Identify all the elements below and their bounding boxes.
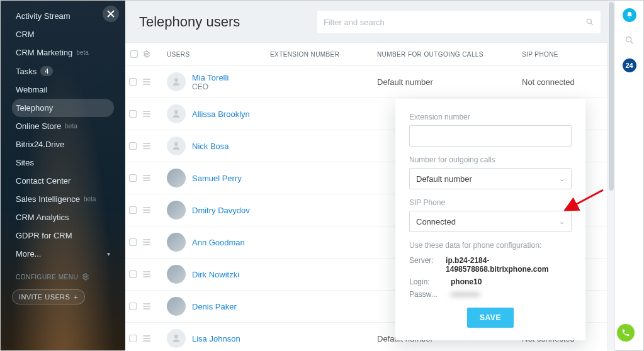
drag-handle-icon[interactable] — [143, 207, 150, 213]
sidebar-item-label: Webmail — [16, 85, 47, 94]
extension-input[interactable] — [409, 125, 572, 147]
drag-handle-icon[interactable] — [143, 111, 150, 117]
row-checkbox[interactable] — [129, 335, 137, 342]
select-all-checkbox[interactable] — [130, 50, 138, 58]
avatar — [167, 72, 186, 91]
sidebar-item[interactable]: Sales Intelligencebeta — [12, 190, 114, 208]
scrollbar[interactable] — [607, 1, 614, 350]
sidebar-item[interactable]: CRM Analytics — [12, 208, 114, 226]
sidebar-item[interactable]: More...▾ — [12, 245, 114, 263]
col-header-users[interactable]: USERS — [157, 51, 270, 58]
notification-bell-icon[interactable] — [623, 8, 636, 22]
user-name-link[interactable]: Dmitry Davydov — [192, 206, 250, 215]
user-name-link[interactable]: Dirk Nowitzki — [192, 270, 239, 279]
outgoing-selected: Default number — [416, 174, 472, 184]
nav-list: Activity StreamCRMCRM MarketingbetaTasks… — [12, 7, 114, 263]
config-hint: Use these data for phone configuration: — [409, 241, 572, 250]
sidebar-item[interactable]: CRM Marketingbeta — [12, 43, 114, 62]
plus-icon: + — [74, 293, 78, 301]
row-checkbox[interactable] — [129, 303, 137, 310]
col-header-extension[interactable]: EXTENSION NUMBER — [270, 51, 377, 58]
drag-handle-icon[interactable] — [143, 79, 150, 85]
row-checkbox[interactable] — [129, 270, 137, 278]
row-checkbox[interactable] — [129, 78, 137, 86]
sip-select[interactable]: Connected ⌄ — [409, 211, 572, 232]
user-name-link[interactable]: Samuel Perry — [192, 174, 242, 183]
beta-badge: beta — [76, 49, 88, 56]
sidebar-item[interactable]: Contact Center — [12, 172, 114, 190]
invite-users-label: INVITE USERS — [19, 293, 70, 301]
drag-handle-icon[interactable] — [143, 239, 150, 245]
sidebar-item[interactable]: CRM — [12, 25, 114, 43]
cell-outgoing: Default number — [377, 77, 522, 87]
drag-handle-icon[interactable] — [143, 143, 150, 149]
user-name-link[interactable]: Nick Bosa — [192, 142, 229, 151]
sidebar-item-label: GDPR for CRM — [16, 231, 72, 240]
user-name-link[interactable]: Allissa Brooklyn — [192, 109, 250, 119]
row-checkbox[interactable] — [129, 174, 137, 182]
sidebar-item[interactable]: GDPR for CRM — [12, 226, 114, 245]
server-label: Server: — [409, 256, 439, 274]
close-icon[interactable] — [103, 6, 119, 22]
sip-selected: Connected — [416, 217, 456, 226]
col-header-outgoing[interactable]: NUMBER FOR OUTGOING CALLS — [377, 51, 522, 58]
drag-handle-icon[interactable] — [143, 335, 150, 342]
sidebar-item[interactable]: Telephony — [12, 99, 114, 117]
login-label: Login: — [409, 277, 444, 286]
bitrix24-badge[interactable]: 24 — [623, 58, 636, 72]
sidebar-item[interactable]: Webmail — [12, 81, 114, 99]
sidebar-item-label: Bitrix24.Drive — [16, 140, 64, 149]
sidebar-item[interactable]: Activity Stream — [12, 7, 114, 25]
sidebar-item[interactable]: Bitrix24.Drive — [12, 135, 114, 153]
drag-handle-icon[interactable] — [143, 175, 150, 181]
ext-label: Extension number — [409, 113, 572, 121]
table-row[interactable]: Mia TorelliCEODefault numberNot connecte… — [125, 65, 614, 98]
row-checkbox[interactable] — [129, 238, 137, 246]
sidebar-item[interactable]: Tasks4 — [12, 62, 114, 81]
count-badge: 4 — [40, 66, 53, 76]
user-settings-popup: Extension number Number for outgoing cal… — [395, 99, 585, 340]
row-checkbox[interactable] — [129, 206, 137, 214]
table-header-row: USERS EXTENSION NUMBER NUMBER FOR OUTGOI… — [125, 43, 614, 65]
save-button[interactable]: SAVE — [467, 308, 514, 328]
outgoing-label: Number for outgoing calls — [409, 155, 572, 164]
drag-handle-icon[interactable] — [143, 271, 150, 277]
gear-icon — [82, 273, 89, 281]
drag-handle-icon[interactable] — [143, 303, 150, 309]
sidebar-item[interactable]: Online Storebeta — [12, 117, 114, 135]
invite-users-button[interactable]: INVITE USERS + — [12, 289, 85, 304]
search-field[interactable] — [317, 11, 601, 33]
right-rail: 24 — [614, 1, 643, 350]
col-header-sip[interactable]: SIP PHONE — [522, 51, 614, 58]
sidebar-item[interactable]: Sites — [12, 153, 114, 172]
svg-point-2 — [146, 53, 148, 55]
user-name-link[interactable]: Lisa Johnson — [192, 334, 240, 343]
sidebar-item-label: Contact Center — [16, 176, 71, 186]
user-name-link[interactable]: Denis Paker — [192, 302, 237, 311]
page-title: Telephony users — [139, 14, 240, 30]
configure-menu[interactable]: CONFIGURE MENU — [12, 269, 114, 284]
gear-icon[interactable] — [143, 50, 150, 58]
configure-menu-label: CONFIGURE MENU — [16, 274, 78, 281]
svg-point-1 — [587, 19, 591, 23]
chevron-down-icon: ⌄ — [559, 175, 565, 183]
sidebar-item-label: Online Store — [16, 121, 61, 131]
user-subtitle: CEO — [192, 82, 229, 91]
user-name-link[interactable]: Mia Torelli — [192, 73, 229, 82]
chevron-down-icon: ⌄ — [559, 218, 565, 226]
row-checkbox[interactable] — [129, 110, 137, 118]
row-checkbox[interactable] — [129, 142, 137, 150]
beta-badge: beta — [65, 123, 77, 130]
avatar — [167, 201, 186, 220]
search-input[interactable] — [324, 18, 585, 27]
sidebar-item-label: Telephony — [16, 103, 53, 113]
search-icon[interactable] — [623, 33, 636, 47]
avatar — [167, 169, 186, 187]
phone-fab-icon[interactable] — [617, 324, 635, 342]
sidebar-item-label: More... — [16, 249, 41, 259]
sidebar-item-label: Sites — [16, 158, 34, 167]
sidebar-item-label: CRM Analytics — [16, 213, 69, 222]
password-value: ••••••••••• — [451, 290, 480, 299]
outgoing-select[interactable]: Default number ⌄ — [409, 168, 572, 189]
user-name-link[interactable]: Ann Goodman — [192, 238, 245, 247]
